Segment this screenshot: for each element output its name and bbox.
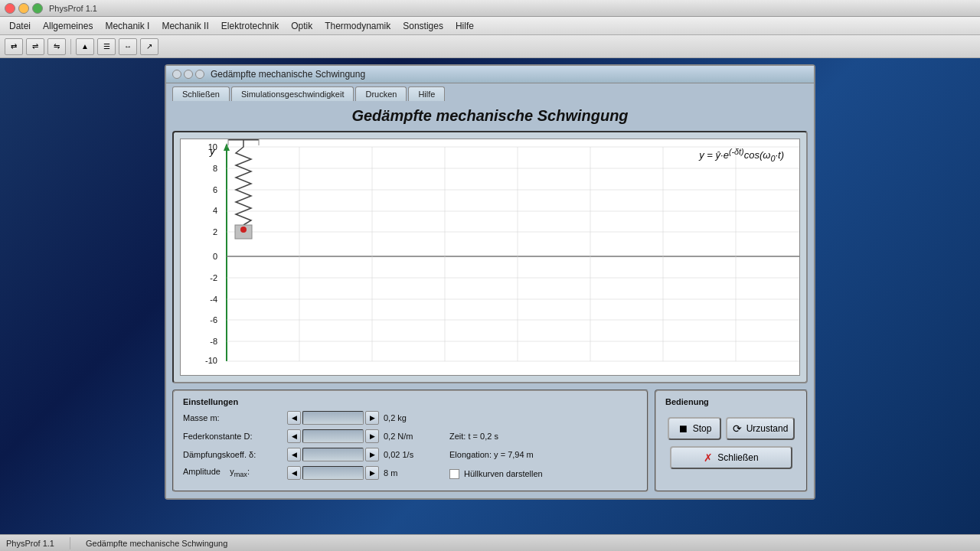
- toolbar-btn-7[interactable]: ↗: [140, 38, 158, 55]
- menu-allgemeines[interactable]: Allgemeines: [37, 19, 99, 33]
- slider-masse-left[interactable]: ◀: [287, 411, 301, 425]
- setting-label-masse: Masse m:: [183, 413, 283, 422]
- menu-hilfe[interactable]: Hilfe: [449, 19, 480, 33]
- slider-amplitude: ◀ ▶: [287, 466, 379, 480]
- settings-panel: Einstellungen Masse m: ◀ ▶ 0,2 kg Fede: [172, 390, 648, 492]
- setting-row-amplitude: Amplitude ymax: ◀ ▶ 8 m Hüllkurven darst…: [183, 466, 638, 480]
- schliessen-button[interactable]: ✗ Schließen: [670, 446, 792, 469]
- toolbar-btn-6[interactable]: ↔: [119, 38, 137, 55]
- urzustand-label: Urzustand: [746, 423, 789, 434]
- inner-body: Gedämpfte mechanische Schwingung y = ŷ·e…: [166, 101, 814, 498]
- toolbar-separator-1: [70, 39, 71, 54]
- inner-window-controls: [172, 70, 204, 79]
- graph-container: y = ŷ·e(-δt)cos(ω0·t) y: [172, 131, 808, 383]
- setting-row-feder: Federkonstante D: ◀ ▶ 0,2 N/m Zeit: t = …: [183, 429, 638, 443]
- setting-value-daempf: 0,02 1/s: [384, 450, 430, 459]
- setting-row-daempf: Dämpfungskoeff. δ: ◀ ▶ 0,02 1/s Elongati…: [183, 448, 638, 461]
- svg-point-38: [240, 227, 247, 233]
- slider-daempf-left[interactable]: ◀: [287, 448, 301, 461]
- menu-mechanik2[interactable]: Mechanik II: [155, 19, 214, 33]
- minimize-window-btn[interactable]: [18, 3, 29, 14]
- huellkurven-row: Hüllkurven darstellen: [449, 469, 543, 479]
- tab-hilfe[interactable]: Hilfe: [408, 86, 445, 101]
- huellkurven-checkbox[interactable]: [449, 469, 459, 479]
- tab-schliessen[interactable]: Schließen: [172, 86, 230, 101]
- stop-icon: ⏹: [678, 422, 688, 435]
- statusbar-right: Gedämpfte mechanische Schwingung: [86, 539, 227, 548]
- svg-text:-2: -2: [210, 273, 217, 282]
- schliessen-label: Schließen: [717, 452, 758, 463]
- menu-thermodynamik[interactable]: Thermodynamik: [318, 19, 397, 33]
- status-time: Zeit: t = 0,2 s: [449, 432, 498, 441]
- toolbar-btn-2[interactable]: ⇌: [26, 38, 44, 55]
- controls-panel: Bedienung ⏹ Stop ⟳ Urzustand: [655, 390, 808, 492]
- settings-controls-row: Einstellungen Masse m: ◀ ▶ 0,2 kg Fede: [172, 390, 808, 492]
- toolbar-btn-1[interactable]: ⇄: [5, 38, 23, 55]
- svg-text:-10: -10: [205, 356, 217, 365]
- stop-button[interactable]: ⏹ Stop: [668, 417, 721, 440]
- slider-masse-track[interactable]: [302, 411, 364, 425]
- menu-bar: Datei Allgemeines Mechanik I Mechanik II…: [0, 17, 980, 35]
- status-separator: [70, 537, 70, 549]
- slider-amplitude-left[interactable]: ◀: [287, 466, 301, 480]
- svg-text:6: 6: [213, 185, 217, 194]
- svg-text:2: 2: [213, 227, 217, 236]
- huellkurven-label: Hüllkurven darstellen: [464, 469, 543, 478]
- svg-text:-4: -4: [210, 295, 217, 304]
- tab-simulationsgeschwindigkeit[interactable]: Simulationsgeschwindigkeit: [231, 86, 354, 101]
- inner-title-bar: Gedämpfte mechanische Schwingung: [166, 66, 814, 83]
- menu-mechanik1[interactable]: Mechanik I: [99, 19, 155, 33]
- statusbar-left: PhysProf 1.1: [6, 539, 54, 548]
- setting-label-amplitude: Amplitude ymax:: [183, 467, 283, 478]
- inner-tc-3: [195, 70, 204, 79]
- slider-amplitude-right[interactable]: ▶: [365, 466, 379, 480]
- menu-datei[interactable]: Datei: [3, 19, 37, 33]
- close-window-btn[interactable]: [5, 3, 15, 14]
- svg-text:-8: -8: [210, 337, 217, 346]
- slider-amplitude-track[interactable]: [302, 466, 364, 480]
- slider-feder: ◀ ▶: [287, 429, 379, 443]
- inner-window-title: Gedämpfte mechanische Schwingung: [211, 69, 365, 80]
- graph-area: y = ŷ·e(-δt)cos(ω0·t) y: [180, 139, 800, 376]
- slider-daempf-track[interactable]: [302, 448, 364, 461]
- toolbar-btn-5[interactable]: ☰: [97, 38, 116, 55]
- urzustand-button[interactable]: ⟳ Urzustand: [726, 417, 795, 440]
- top-controls-row: ⏹ Stop ⟳ Urzustand: [668, 417, 795, 440]
- main-content: Gedämpfte mechanische Schwingung Schließ…: [0, 58, 980, 506]
- maximize-window-btn[interactable]: [32, 3, 43, 14]
- svg-text:8: 8: [213, 164, 217, 173]
- settings-panel-title: Einstellungen: [183, 397, 638, 406]
- svg-text:-6: -6: [210, 315, 217, 324]
- svg-text:4: 4: [213, 206, 217, 215]
- toolbar-btn-4[interactable]: ▲: [76, 38, 94, 55]
- slider-feder-track[interactable]: [302, 429, 364, 443]
- inner-tc-1: [172, 70, 181, 79]
- svg-text:10: 10: [208, 142, 217, 152]
- toolbar-btn-3[interactable]: ⇋: [47, 38, 66, 55]
- setting-value-masse: 0,2 kg: [384, 413, 430, 422]
- inner-window: Gedämpfte mechanische Schwingung Schließ…: [165, 64, 815, 500]
- status-bar: PhysProf 1.1 Gedämpfte mechanische Schwi…: [0, 534, 980, 551]
- tab-drucken[interactable]: Drucken: [355, 86, 407, 101]
- setting-row-masse: Masse m: ◀ ▶ 0,2 kg: [183, 411, 638, 425]
- slider-masse: ◀ ▶: [287, 411, 379, 425]
- menu-elektrotechnik[interactable]: Elektrotechnik: [215, 19, 285, 33]
- app-title: PhysProf 1.1: [49, 4, 97, 13]
- page-title: Gedämpfte mechanische Schwingung: [172, 107, 808, 125]
- setting-label-feder: Federkonstante D:: [183, 432, 283, 441]
- title-bar: PhysProf 1.1: [0, 0, 980, 17]
- slider-feder-left[interactable]: ◀: [287, 429, 301, 443]
- setting-value-feder: 0,2 N/m: [384, 432, 430, 441]
- toolbar: ⇄ ⇌ ⇋ ▲ ☰ ↔ ↗: [0, 35, 980, 58]
- chart-svg: 10 8 6 4 2 0 -2 -4 -6 -8 -10 t[s]: [181, 139, 799, 375]
- slider-feder-right[interactable]: ▶: [365, 429, 379, 443]
- menu-optik[interactable]: Optik: [285, 19, 318, 33]
- menu-sonstiges[interactable]: Sonstiges: [397, 19, 449, 33]
- slider-daempf-right[interactable]: ▶: [365, 448, 379, 461]
- controls-panel-title: Bedienung: [665, 397, 709, 406]
- slider-masse-right[interactable]: ▶: [365, 411, 379, 425]
- setting-value-amplitude: 8 m: [384, 468, 430, 478]
- urzustand-icon: ⟳: [733, 422, 742, 435]
- stop-label: Stop: [693, 423, 712, 434]
- status-elongation: Elongation: y = 7,94 m: [449, 450, 534, 459]
